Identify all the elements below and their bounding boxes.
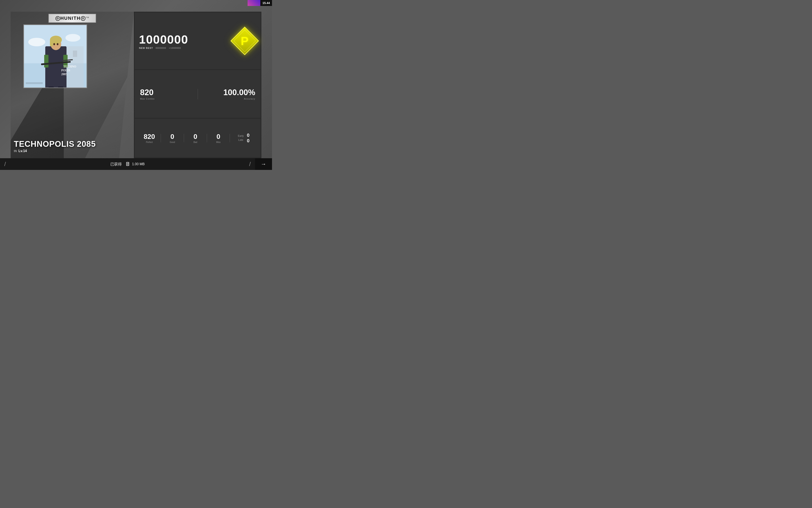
svg-rect-12 (44, 55, 48, 68)
combo-acc-divider (198, 89, 198, 99)
acc-value: 100.00% (202, 88, 255, 97)
perfect-value: 820 (138, 133, 161, 140)
perfect-label: Perfect (138, 141, 161, 143)
good-label: Good (161, 141, 184, 143)
new-best-label: NEW BEST (139, 47, 153, 49)
song-title: TECHNOPOLIS 2085 (14, 139, 96, 149)
acc-section: 100.00% Accuracy (202, 88, 255, 100)
svg-point-3 (66, 34, 80, 42)
right-panel: 1000000 NEW BEST 0000000 +1000000 P 820 … (134, 12, 261, 158)
early-late-labels: Early Late (238, 134, 244, 142)
score-diff: +1000000 (169, 47, 181, 49)
early-value: 0 (247, 132, 249, 138)
bad-label: Bad (184, 141, 207, 143)
svg-point-11 (57, 43, 58, 45)
note-miss: 0 Miss (207, 133, 230, 143)
bad-value: 0 (184, 133, 207, 140)
clock: 15.44 (260, 0, 272, 6)
svg-rect-9 (50, 40, 53, 46)
note-bad: 0 Bad (184, 133, 207, 143)
svg-text:2085: 2085 (61, 73, 67, 76)
combo-label: Max Combo (140, 97, 193, 100)
score-left: 1000000 NEW BEST 0000000 +1000000 (139, 33, 188, 49)
file-size-value: 1.00 MB (132, 162, 145, 166)
miss-label: Miss (207, 141, 230, 143)
album-art-inner: [ FRNCTIN DNCFLO0R ] ⊙HUNITHa (24, 25, 86, 87)
chunithm-banner: ⊙HUNITH⊙TM (48, 14, 96, 23)
early-late-cell: Early Late 0 0 (230, 132, 257, 144)
combo-section: 820 Max Combo (140, 88, 193, 100)
level-label: Lv.14 (18, 149, 27, 153)
album-art: [ FRNCTIN DNCFLO0R ] ⊙HUNITHa (24, 25, 87, 88)
good-value: 0 (161, 133, 184, 140)
note-perfect: 820 Perfect (138, 133, 161, 143)
next-button[interactable]: → (255, 158, 272, 170)
logo-circle-right: ⊙ (81, 16, 85, 21)
character-area: TECHNO POLIS 2085 (24, 25, 86, 87)
score-row: 1000000 NEW BEST 0000000 +1000000 P (135, 12, 260, 69)
avatar (248, 0, 260, 6)
prev-score: 0000000 (156, 47, 166, 49)
bottom-slash-left: / (0, 161, 10, 168)
svg-point-2 (28, 38, 45, 46)
logo-tm: TM (86, 16, 89, 18)
early-late-values: 0 0 (247, 132, 249, 144)
svg-point-10 (53, 43, 55, 45)
bottom-bar: / 已获得 1.00 MB / → (0, 158, 272, 170)
svg-rect-16 (48, 87, 54, 87)
top-bar: 15.44 (248, 0, 272, 6)
early-label: Early (238, 134, 244, 138)
svg-rect-17 (58, 87, 63, 87)
main-content: ⊙HUNITH⊙TM [ FRNCTIN DNCFLO0R ] ⊙HUNITHa (11, 12, 261, 158)
late-value: 0 (247, 138, 249, 143)
character-svg: TECHNO POLIS 2085 (24, 25, 86, 87)
combo-acc-row: 820 Max Combo 100.00% Accuracy (135, 70, 260, 118)
miss-value: 0 (207, 133, 230, 140)
file-size-display: 1.00 MB (126, 162, 145, 166)
left-panel: ⊙HUNITH⊙TM [ FRNCTIN DNCFLO0R ] ⊙HUNITHa (11, 12, 134, 158)
acc-label: Accuracy (202, 97, 255, 100)
svg-rect-5 (73, 50, 77, 57)
rank-diamond: P (233, 29, 256, 53)
bottom-slash-right: / (245, 161, 255, 168)
obtained-text: 已获得 (110, 162, 122, 167)
combo-value: 820 (140, 88, 193, 97)
notes-row: 820 Perfect 0 Good 0 Bad 0 Miss (135, 119, 260, 157)
score-value: 1000000 (139, 33, 188, 46)
rank-letter: P (241, 34, 249, 48)
album-stripes (26, 82, 43, 83)
svg-text:POLIS: POLIS (61, 69, 70, 72)
score-new-best: NEW BEST 0000000 +1000000 (139, 47, 188, 49)
file-icon (126, 162, 130, 166)
difficulty-label: IN (14, 149, 17, 153)
bottom-center: 已获得 1.00 MB (10, 162, 245, 167)
song-title-area: TECHNOPOLIS 2085 IN Lv.14 (14, 139, 96, 153)
note-good: 0 Good (161, 133, 184, 143)
svg-text:TECHNO: TECHNO (63, 65, 76, 68)
arrow-right-icon: → (261, 161, 266, 167)
song-difficulty: IN Lv.14 (14, 149, 96, 153)
logo-circle-left: ⊙ (55, 16, 60, 21)
chunithm-logo: ⊙HUNITH⊙TM (55, 15, 89, 21)
late-label: Late (238, 138, 244, 142)
